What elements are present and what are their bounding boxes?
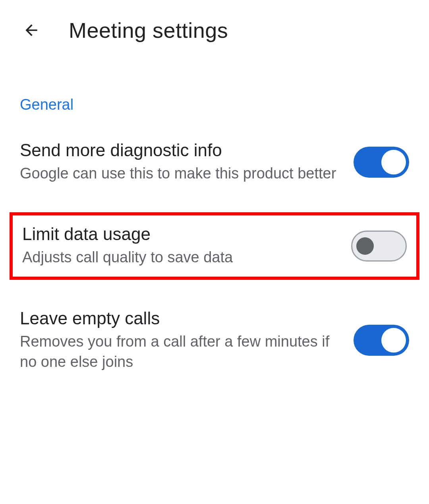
setting-limit-data-usage[interactable]: Limit data usage Adjusts call quality to… xyxy=(10,212,419,279)
settings-list: Send more diagnostic info Google can use… xyxy=(0,121,429,391)
leave-empty-toggle[interactable] xyxy=(354,325,409,356)
setting-leave-empty-calls[interactable]: Leave empty calls Removes you from a cal… xyxy=(0,289,429,392)
header: Meeting settings xyxy=(0,0,429,58)
toggle-thumb xyxy=(381,150,406,174)
toggle-thumb xyxy=(381,328,406,353)
setting-description: Adjusts call quality to save data xyxy=(22,247,335,268)
setting-title: Send more diagnostic info xyxy=(20,140,338,160)
setting-title: Leave empty calls xyxy=(20,308,338,328)
toggle-thumb xyxy=(356,237,374,255)
setting-diagnostic-info[interactable]: Send more diagnostic info Google can use… xyxy=(0,121,429,203)
setting-text: Send more diagnostic info Google can use… xyxy=(20,140,338,184)
section-header-general: General xyxy=(0,58,429,121)
setting-title: Limit data usage xyxy=(22,224,335,244)
limit-data-toggle[interactable] xyxy=(351,231,407,262)
setting-text: Leave empty calls Removes you from a cal… xyxy=(20,308,338,372)
setting-description: Removes you from a call after a few minu… xyxy=(20,331,338,372)
page-title: Meeting settings xyxy=(69,18,228,43)
setting-description: Google can use this to make this product… xyxy=(20,163,338,184)
back-arrow-icon[interactable] xyxy=(22,21,41,40)
setting-text: Limit data usage Adjusts call quality to… xyxy=(22,224,335,268)
diagnostic-toggle[interactable] xyxy=(354,147,409,178)
